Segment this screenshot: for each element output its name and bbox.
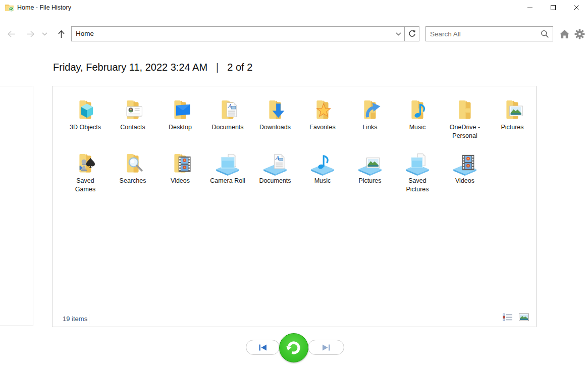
grid-item-3d-objects[interactable]: 3D Objects (62, 94, 109, 147)
previous-version-icon (259, 344, 267, 351)
window-controls (518, 0, 588, 15)
grid-item-videos[interactable]: Videos (156, 147, 204, 201)
status-divider (89, 314, 89, 324)
header-separator: | (216, 62, 219, 73)
folder-plain-icon (452, 96, 478, 122)
back-button[interactable] (5, 26, 17, 41)
back-arrow-icon (7, 31, 16, 37)
items-grid: 3D ObjectsContactsDesktopADocumentsDownl… (62, 94, 537, 201)
up-button[interactable] (55, 26, 68, 41)
maximize-button[interactable] (542, 0, 565, 15)
library-documents-icon: A (262, 149, 288, 176)
item-label: Desktop (169, 123, 192, 132)
gear-icon (574, 29, 585, 39)
file-history-app-icon (5, 3, 15, 12)
item-label: Music (409, 123, 426, 132)
item-label: Saved Pictures (400, 177, 435, 193)
search-icon[interactable] (541, 30, 549, 40)
item-label: 3D Objects (70, 123, 101, 132)
forward-arrow-icon (26, 31, 35, 37)
restore-icon (285, 339, 302, 356)
toolbar: Home (0, 26, 588, 41)
grid-item-desktop[interactable]: Desktop (156, 94, 204, 147)
status-bar: 19 items (52, 311, 536, 327)
library-videos-icon (452, 149, 478, 176)
library-saved-pictures-icon (404, 149, 431, 176)
address-dropdown-button[interactable] (392, 27, 404, 41)
next-version-button[interactable] (308, 340, 344, 355)
search-input[interactable] (426, 27, 540, 41)
grid-item-onedrive-personal[interactable]: OneDrive - Personal (441, 94, 489, 147)
grid-item-saved-pictures[interactable]: Saved Pictures (394, 147, 441, 201)
previous-version-button[interactable] (246, 340, 280, 355)
folder-pictures-icon (499, 96, 525, 122)
snapshot-header: Friday, February 11, 2022 3:24 AM|2 of 2 (53, 62, 252, 73)
grid-item-saved-games[interactable]: Saved Games (62, 147, 109, 201)
folder-links-icon (357, 96, 383, 122)
next-version-icon (322, 344, 330, 351)
close-button[interactable] (565, 0, 588, 15)
forward-button[interactable] (24, 26, 36, 41)
item-label: Videos (455, 177, 474, 185)
file-history-window: Home - File History Home (0, 0, 588, 367)
grid-item-documents[interactable]: ADocuments (251, 147, 299, 201)
thumbnails-view-button[interactable] (519, 313, 529, 323)
recent-locations-button[interactable] (39, 26, 49, 41)
details-view-icon (503, 313, 513, 321)
search-box (425, 26, 553, 41)
window-title: Home - File History (17, 0, 71, 15)
item-label: Searches (120, 177, 146, 185)
grid-item-camera-roll[interactable]: Camera Roll (204, 147, 251, 201)
grid-item-downloads[interactable]: Downloads (251, 94, 299, 147)
folder-searches-icon (120, 149, 146, 176)
snapshot-panel: 3D ObjectsContactsDesktopADocumentsDownl… (52, 86, 537, 327)
grid-item-searches[interactable]: Searches (109, 147, 156, 201)
folder-desktop-icon (167, 96, 193, 122)
snapshot-position: 2 of 2 (227, 62, 252, 73)
home-button[interactable] (557, 26, 571, 41)
snapshot-date: Friday, February 11, 2022 3:24 AM (53, 62, 207, 73)
grid-item-pictures[interactable]: Pictures (346, 147, 394, 201)
items-count: 19 items (63, 315, 87, 323)
restore-button[interactable] (279, 333, 308, 362)
details-view-button[interactable] (503, 313, 513, 323)
chevron-down-icon (42, 32, 47, 36)
item-label: Documents (211, 123, 243, 132)
grid-item-favorites[interactable]: Favorites (299, 94, 346, 147)
item-label: Contacts (120, 123, 145, 132)
folder-music-icon (404, 96, 431, 122)
item-label: Pictures (501, 123, 523, 132)
item-label: Videos (171, 177, 190, 185)
item-label: Pictures (358, 177, 381, 185)
previous-snapshot-peek-panel (0, 86, 33, 326)
item-label: Links (362, 123, 377, 132)
refresh-icon (408, 30, 416, 38)
grid-item-pictures[interactable]: Pictures (489, 94, 536, 147)
folder-3d-objects-icon (72, 96, 98, 122)
folder-documents-icon: A (215, 96, 241, 122)
minimize-button[interactable] (518, 0, 542, 15)
address-bar[interactable]: Home (71, 26, 405, 41)
grid-item-videos[interactable]: Videos (441, 147, 489, 201)
grid-item-contacts[interactable]: Contacts (109, 94, 156, 147)
item-label: Downloads (259, 123, 291, 132)
grid-item-documents[interactable]: ADocuments (204, 94, 251, 147)
titlebar: Home - File History (0, 0, 588, 15)
settings-button[interactable] (572, 26, 586, 41)
grid-item-music[interactable]: Music (299, 147, 346, 201)
item-label: Documents (259, 177, 291, 185)
item-label: Saved Games (68, 177, 103, 193)
folder-downloads-icon (262, 96, 288, 122)
folder-favorites-icon (309, 96, 336, 122)
library-camera-roll-icon (215, 149, 241, 176)
item-label: Camera Roll (210, 177, 245, 185)
grid-item-music[interactable]: Music (394, 94, 441, 147)
thumbnails-view-icon (519, 313, 529, 321)
folder-videos-icon (167, 149, 193, 176)
library-music-icon (309, 149, 336, 176)
item-label: Music (314, 177, 331, 185)
grid-item-links[interactable]: Links (346, 94, 394, 147)
library-pictures-icon (357, 149, 383, 176)
home-icon (559, 29, 570, 39)
refresh-button[interactable] (404, 26, 419, 41)
